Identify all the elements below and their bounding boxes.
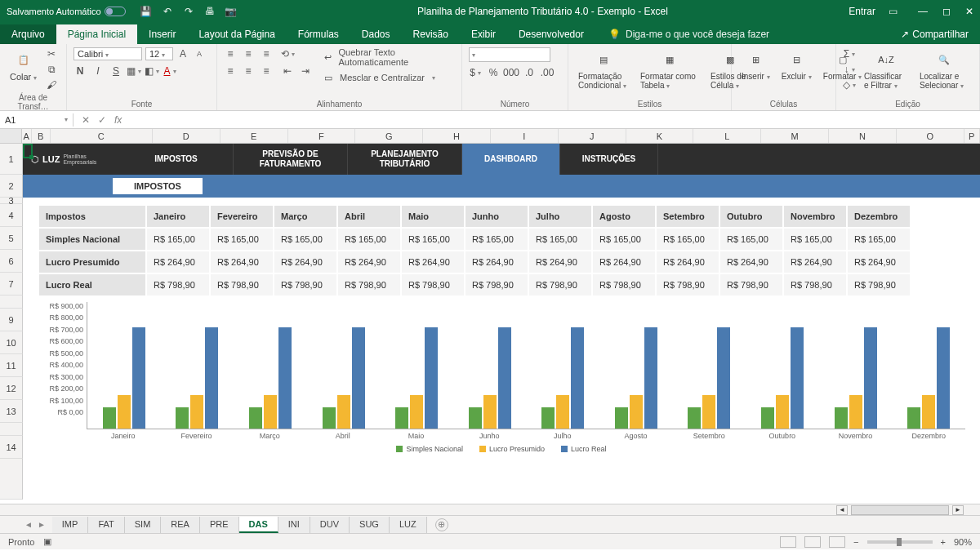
align-left-icon[interactable]: ≡ xyxy=(224,64,237,78)
underline-icon[interactable]: S xyxy=(109,64,122,78)
nav-previsão-de-faturamento[interactable]: PREVISÃO DE FATURAMENTO xyxy=(234,144,348,175)
sheet-tab-pre[interactable]: PRE xyxy=(200,517,239,533)
row-header[interactable]: 7 xyxy=(0,273,23,295)
ribbon-tab-layout-da-página[interactable]: Layout da Página xyxy=(187,24,286,44)
row-header[interactable]: 13 xyxy=(0,400,23,423)
font-size-select[interactable]: 12 xyxy=(145,47,173,60)
format-painter-icon[interactable]: 🖌 xyxy=(45,78,58,91)
align-bottom-icon[interactable]: ≡ xyxy=(260,47,273,60)
column-header[interactable]: H xyxy=(423,129,491,143)
tab-nav-prev-icon[interactable]: ◄ xyxy=(24,520,33,529)
ribbon-options-icon[interactable]: ▭ xyxy=(887,6,898,17)
bold-icon[interactable]: N xyxy=(74,64,87,78)
percent-icon[interactable]: % xyxy=(487,66,500,79)
page-layout-view-icon[interactable] xyxy=(804,536,821,548)
nav-planejamento-tributário[interactable]: PLANEJAMENTO TRIBUTÁRIO xyxy=(348,144,462,175)
merge-center-button[interactable]: ▭Mesclar e Centralizar xyxy=(322,71,455,84)
row-header[interactable] xyxy=(0,423,23,436)
ribbon-tab-exibir[interactable]: Exibir xyxy=(460,24,507,44)
scroll-left-icon[interactable]: ◄ xyxy=(836,505,848,515)
page-break-view-icon[interactable] xyxy=(829,536,845,548)
sheet-tab-sug[interactable]: SUG xyxy=(350,517,390,533)
sheet-tab-luz[interactable]: LUZ xyxy=(390,517,427,533)
column-header[interactable]: N xyxy=(829,129,897,143)
paste-button[interactable]: 📋 Colar xyxy=(7,47,40,83)
row-header[interactable]: 4 xyxy=(0,204,23,227)
column-header[interactable]: A xyxy=(22,129,32,143)
currency-icon[interactable]: $ xyxy=(469,66,482,79)
column-header[interactable]: E xyxy=(220,129,288,143)
cancel-fx-icon[interactable]: ✕ xyxy=(82,114,90,126)
font-name-select[interactable]: Calibri xyxy=(74,47,142,60)
row-header[interactable]: 6 xyxy=(0,250,23,273)
macro-record-icon[interactable]: ▣ xyxy=(41,535,54,549)
enter-fx-icon[interactable]: ✓ xyxy=(98,114,106,126)
zoom-level[interactable]: 90% xyxy=(954,537,972,547)
undo-icon[interactable]: ↶ xyxy=(162,6,173,17)
fill-color-icon[interactable]: ◧ xyxy=(145,64,158,78)
row-header[interactable] xyxy=(0,295,23,309)
column-header[interactable]: J xyxy=(559,129,626,143)
column-header[interactable]: F xyxy=(288,129,356,143)
ribbon-tab-desenvolvedor[interactable]: Desenvolvedor xyxy=(507,24,595,44)
autosum-icon[interactable]: Σ xyxy=(843,47,856,60)
sheet-tab-sim[interactable]: SIM xyxy=(125,517,162,533)
formula-input[interactable] xyxy=(130,118,980,122)
select-all-corner[interactable] xyxy=(0,129,22,143)
file-tab[interactable]: Arquivo xyxy=(0,24,56,44)
tell-me-search[interactable]: 💡 Diga-me o que você deseja fazer xyxy=(608,24,769,44)
minimize-icon[interactable]: — xyxy=(918,6,928,17)
conditional-format-button[interactable]: ▤Formatação Condicional xyxy=(575,47,632,91)
row-header[interactable]: 5 xyxy=(0,227,23,250)
copy-icon[interactable]: ⧉ xyxy=(45,63,58,76)
signin-link[interactable]: Entrar xyxy=(849,6,875,17)
italic-icon[interactable]: I xyxy=(91,64,105,78)
ribbon-tab-revisão[interactable]: Revisão xyxy=(402,24,460,44)
autosave-toggle[interactable]: Salvamento Automático xyxy=(7,7,126,16)
decrease-decimal-icon[interactable]: .00 xyxy=(541,66,554,79)
row-header[interactable]: 3 xyxy=(0,198,23,204)
font-color-icon[interactable]: A xyxy=(163,64,176,78)
fill-icon[interactable]: ↓ xyxy=(843,63,856,76)
tab-nav-next-icon[interactable]: ► xyxy=(38,520,46,529)
ribbon-tab-fórmulas[interactable]: Fórmulas xyxy=(287,24,350,44)
zoom-in-icon[interactable]: + xyxy=(941,537,946,547)
grow-font-icon[interactable]: A xyxy=(176,47,189,60)
sheet-tab-rea[interactable]: REA xyxy=(161,517,200,533)
sheet-tab-imp[interactable]: IMP xyxy=(52,517,89,533)
insert-cells-button[interactable]: ⊞Inserir xyxy=(738,47,773,82)
number-format-select[interactable] xyxy=(469,47,550,62)
column-header[interactable]: C xyxy=(51,129,153,143)
sheet-tab-ini[interactable]: INI xyxy=(278,517,310,533)
name-box[interactable]: A1▾ xyxy=(0,113,74,127)
section-tab-impostos[interactable]: IMPOSTOS xyxy=(113,178,203,194)
row-header[interactable]: 9 xyxy=(0,309,23,331)
spreadsheet-grid[interactable]: ABCDEFGHIJKLMNOP 123456791011121314 ⬡ LU… xyxy=(0,129,980,504)
delete-cells-button[interactable]: ⊟Excluir xyxy=(778,47,815,82)
column-header[interactable]: L xyxy=(693,129,761,143)
add-sheet-button[interactable]: ⊕ xyxy=(435,518,448,531)
comma-icon[interactable]: 000 xyxy=(505,66,518,79)
zoom-out-icon[interactable]: − xyxy=(853,537,858,547)
nav-instruções[interactable]: INSTRUÇÕES xyxy=(560,144,658,175)
row-header[interactable]: 11 xyxy=(0,354,23,377)
row-header[interactable]: 10 xyxy=(0,331,23,354)
align-middle-icon[interactable]: ≡ xyxy=(242,47,255,60)
orientation-icon[interactable]: ⟲ xyxy=(281,47,294,60)
column-header[interactable]: O xyxy=(897,129,964,143)
find-select-button[interactable]: 🔍Localizar e Selecionar xyxy=(916,47,972,91)
outdent-icon[interactable]: ⇤ xyxy=(281,64,294,78)
shrink-font-icon[interactable]: A xyxy=(193,47,206,60)
nav-impostos[interactable]: IMPOSTOS xyxy=(119,144,234,175)
close-icon[interactable]: ✕ xyxy=(965,6,973,17)
column-header[interactable]: G xyxy=(355,129,423,143)
row-header[interactable]: 2 xyxy=(0,175,23,198)
increase-decimal-icon[interactable]: .0 xyxy=(523,66,536,79)
row-header[interactable]: 14 xyxy=(0,436,23,459)
camera-icon[interactable]: 📷 xyxy=(225,6,237,17)
row-header[interactable]: 12 xyxy=(0,377,23,400)
redo-icon[interactable]: ↷ xyxy=(183,6,194,17)
ribbon-tab-página-inicial[interactable]: Página Inicial xyxy=(56,24,137,44)
column-header[interactable]: M xyxy=(761,129,829,143)
maximize-icon[interactable]: ◻ xyxy=(942,6,951,17)
